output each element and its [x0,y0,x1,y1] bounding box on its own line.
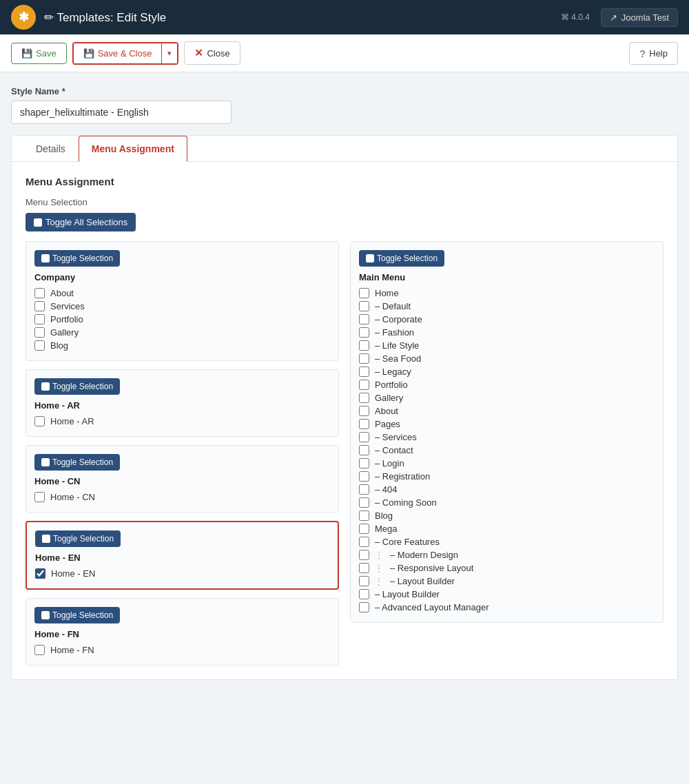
toggle-selection-home-ar[interactable]: Toggle Selection [34,378,120,395]
checkbox-contact[interactable] [359,445,369,455]
checkbox-responsive-layout[interactable] [359,563,369,573]
toggle-selection-home-en[interactable]: Toggle Selection [35,530,121,547]
checkbox-portfolio[interactable] [34,314,45,324]
user-icon: ↗ [610,12,617,23]
checkbox-home-fn[interactable] [34,645,45,655]
checkbox-layout-builder[interactable] [359,589,369,599]
toggle-all-button[interactable]: Toggle All Selections [25,213,136,231]
checkbox-blog-main[interactable] [359,510,369,521]
toggle-selection-main-menu[interactable]: Toggle Selection [359,250,444,267]
checkbox-portfolio-main[interactable] [359,380,369,390]
style-name-input[interactable] [11,101,232,124]
checkbox-home-cn[interactable] [34,492,45,502]
list-item: Mega [359,522,655,535]
list-item: ⋮– Layout Builder [359,575,655,588]
checkbox-about[interactable] [34,288,45,298]
checkbox-default[interactable] [359,301,369,311]
user-menu[interactable]: ↗ Joomla Test [601,8,678,27]
list-item: Blog [34,339,330,352]
toggle-icon [366,254,374,262]
menu-group-home-cn: Toggle Selection Home - CN Home - CN [25,445,339,513]
drag-handle: ⋮ [375,577,383,586]
checkbox-login[interactable] [359,458,369,468]
list-item: Home - AR [34,415,330,428]
menu-group-company: Toggle Selection Company About Services … [25,241,339,361]
toggle-icon [41,611,50,619]
save-close-button[interactable]: 💾 Save & Close [74,43,163,63]
list-item: Gallery [34,326,330,339]
page-title: ✏ Templates: Edit Style [44,10,561,25]
checkbox-advanced-layout[interactable] [359,602,369,612]
style-name-label: Style Name * [11,86,678,96]
list-item: – Login [359,457,655,470]
checkbox-home-en[interactable] [35,568,45,579]
list-item: Pages [359,417,655,431]
checkbox-corporate[interactable] [359,314,369,324]
checkbox-layout-builder-sub[interactable] [359,576,369,586]
list-item: – Advanced Layout Manager [359,601,655,614]
list-item: – Coming Soon [359,496,655,509]
checkbox-blog[interactable] [34,340,45,351]
menu-group-main-menu: Toggle Selection Main Menu Home – Defaul… [350,241,664,623]
group-title-home-en: Home - EN [35,553,329,563]
list-item: Portfolio [34,313,330,326]
checkbox-mega[interactable] [359,524,369,534]
tab-menu-assignment[interactable]: Menu Assignment [79,136,187,162]
checkbox-gallery-main[interactable] [359,393,369,403]
checkbox-home[interactable] [359,288,369,298]
toggle-icon [41,382,50,391]
close-button[interactable]: ✕ Close [184,41,240,65]
group-title-home-ar: Home - AR [34,400,330,411]
checkbox-legacy[interactable] [359,367,369,377]
right-menu-column: Toggle Selection Main Menu Home – Defaul… [350,241,664,666]
list-item: Portfolio [359,378,655,391]
save-close-group: 💾 Save & Close ▾ [72,42,179,65]
group-title-home-fn: Home - FN [34,629,330,639]
save-close-dropdown-button[interactable]: ▾ [162,43,177,63]
list-item: Home - EN [35,567,329,580]
checkbox-core-features[interactable] [359,537,369,547]
list-item: – Life Style [359,339,655,352]
help-button[interactable]: ? Help [629,42,678,65]
tab-details[interactable]: Details [23,136,79,161]
list-item: – Fashion [359,326,655,339]
checkbox-services[interactable] [34,301,45,311]
checkbox-fashion[interactable] [359,327,369,338]
checkbox-pages[interactable] [359,419,369,429]
main-content: Style Name * Details Menu Assignment Men… [0,72,689,694]
joomla-logo: ✱ [11,5,36,30]
list-item: Home [359,287,655,300]
checkbox-registration[interactable] [359,471,369,482]
list-item: – Default [359,300,655,313]
group-title-main-menu: Main Menu [359,272,655,282]
checkbox-seafood[interactable] [359,353,369,364]
toggle-selection-home-cn[interactable]: Toggle Selection [34,454,120,471]
checkbox-home-ar[interactable] [34,416,45,426]
chevron-down-icon: ▾ [167,49,172,58]
checkbox-gallery[interactable] [34,327,45,338]
checkbox-404[interactable] [359,484,369,495]
menu-group-home-fn: Toggle Selection Home - FN Home - FN [25,598,339,666]
left-menu-column: Toggle Selection Company About Services … [25,241,339,666]
checkbox-lifestyle[interactable] [359,340,369,351]
toggle-selection-home-fn[interactable]: Toggle Selection [34,607,120,623]
list-item: Home - CN [34,491,330,504]
save-button[interactable]: 💾 Save [11,43,67,64]
checkbox-services-main[interactable] [359,432,369,442]
close-icon: ✕ [194,47,203,59]
save-close-icon: 💾 [83,48,94,59]
checkbox-modern-design[interactable] [359,550,369,560]
menu-columns: Toggle Selection Company About Services … [25,241,664,666]
pencil-icon: ✏ [44,11,56,24]
toggle-selection-company[interactable]: Toggle Selection [34,250,120,267]
group-title-company: Company [34,272,330,282]
list-item: – Contact [359,444,655,457]
list-item: – Services [359,431,655,444]
checkbox-about-main[interactable] [359,406,369,416]
toggle-all-icon [34,218,42,227]
checkbox-coming-soon[interactable] [359,497,369,508]
list-item: – Layout Builder [359,588,655,601]
help-icon: ? [639,48,646,59]
section-title: Menu Assignment [25,176,664,187]
list-item: Services [34,300,330,313]
